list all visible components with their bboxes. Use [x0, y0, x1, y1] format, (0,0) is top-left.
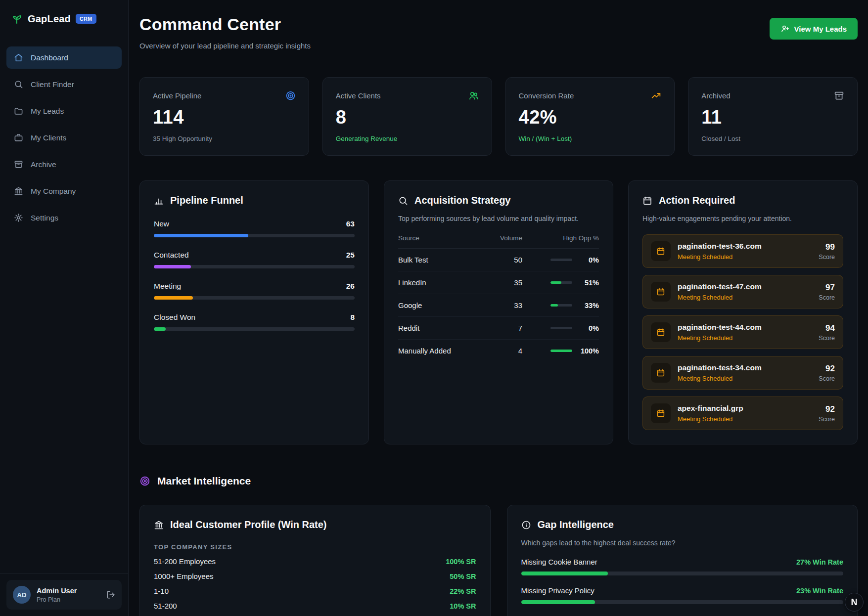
funnel-stage-value: 25 [346, 251, 355, 260]
lead-score: 94 [819, 323, 835, 333]
sidebar-item-label: Archive [31, 160, 56, 169]
funnel-stage-label: New [154, 220, 169, 228]
lead-domain: pagination-test-36.com [678, 242, 812, 251]
funnel-rows: New 63 Contacted 25 [154, 220, 355, 331]
stat-value: 42% [519, 107, 662, 128]
score-label: Score [819, 416, 835, 423]
bar-chart-icon [154, 196, 164, 206]
lead-score: 92 [819, 364, 835, 374]
icp-title: Ideal Customer Profile (Win Rate) [154, 519, 476, 530]
funnel-stage-value: 26 [346, 282, 355, 291]
sidebar-item-label: Client Finder [31, 80, 74, 89]
page-header-text: Command Center Overview of your lead pip… [139, 15, 311, 50]
stat-active-clients: Active Clients 8 Generating Revenue [322, 77, 492, 156]
funnel-bar-fill [154, 327, 166, 331]
sidebar-item-settings[interactable]: Settings [6, 207, 122, 229]
acquisition-row: Bulk Test 50 0% [398, 249, 599, 271]
sidebar-item-client-finder[interactable]: Client Finder [6, 73, 122, 95]
funnel-bar-track [154, 234, 355, 237]
funnel-stage: Meeting 26 [154, 282, 355, 300]
logout-icon[interactable] [106, 590, 115, 599]
funnel-bar-fill [154, 296, 193, 300]
lead-domain: pagination-test-47.com [678, 282, 812, 291]
sidebar-item-label: Dashboard [31, 53, 68, 62]
lead-domain: pagination-test-44.com [678, 323, 812, 332]
action-required-panel: Action Required High-value engagements p… [628, 180, 858, 444]
briefcase-icon [14, 133, 23, 142]
win-rate-value: 27% Win Rate [796, 558, 843, 566]
acquisition-table-header: Source Volume High Opp % [398, 234, 599, 249]
funnel-stage-value: 63 [346, 220, 355, 228]
action-required-subtitle: High-value engagements pending your atte… [642, 215, 843, 222]
score-label: Score [819, 254, 835, 261]
lead-score: 92 [819, 404, 835, 414]
source-name: LinkedIn [398, 278, 483, 287]
calendar-icon [642, 196, 652, 206]
acquisition-subtitle: Top performing sources by lead volume an… [398, 215, 599, 222]
sidebar-item-my-clients[interactable]: My Clients [6, 127, 122, 149]
gap-row: Missing Privacy Policy 23% Win Rate [521, 586, 844, 604]
stat-label: Active Clients [336, 91, 381, 100]
stat-card-header: Active Clients [336, 90, 479, 101]
stat-caption: Win / (Win + Lost) [519, 135, 662, 142]
market-intelligence-title: Market Intelligence [157, 475, 251, 487]
action-required-item[interactable]: pagination-test-47.com Meeting Scheduled… [642, 275, 843, 308]
acquisition-row: Reddit 7 0% [398, 317, 599, 340]
action-required-item[interactable]: pagination-test-44.com Meeting Scheduled… [642, 315, 843, 349]
app-root: GapLead CRM Dashboard Client Finder My L… [0, 0, 868, 616]
funnel-stage-label: Contacted [154, 251, 189, 260]
sidebar-item-archive[interactable]: Archive [6, 153, 122, 176]
archive-icon [14, 160, 23, 169]
gap-rows: Missing Cookie Banner 27% Win Rate [521, 558, 844, 604]
view-my-leads-button[interactable]: View My Leads [770, 18, 858, 40]
lead-status: Meeting Scheduled [678, 253, 812, 261]
win-rate-bar-track [521, 600, 844, 604]
opp-percent: 0% [578, 324, 599, 332]
win-rate-bar-fill [521, 572, 608, 575]
lead-domain: pagination-test-34.com [678, 363, 812, 372]
pipeline-funnel-title: Pipeline Funnel [154, 195, 355, 206]
gap-intelligence-title-text: Gap Intelligence [538, 519, 614, 530]
app-logo: GapLead CRM [0, 0, 128, 39]
action-required-item[interactable]: apex-financial.grp Meeting Scheduled 92 … [642, 396, 843, 430]
stat-value: 8 [336, 107, 479, 128]
opp-percent: 51% [578, 279, 599, 287]
source-name: Google [398, 301, 483, 309]
action-required-item[interactable]: pagination-test-34.com Meeting Scheduled… [642, 356, 843, 390]
stat-active-pipeline: Active Pipeline 114 35 High Opportunity [139, 77, 309, 156]
funnel-bar-fill [154, 234, 248, 237]
action-required-item[interactable]: pagination-test-36.com Meeting Scheduled… [642, 234, 843, 268]
gap-intelligence-title: Gap Intelligence [521, 519, 844, 530]
column-volume: Volume [483, 234, 522, 242]
funnel-stage: Closed Won 8 [154, 313, 355, 331]
sidebar-item-my-leads[interactable]: My Leads [6, 100, 122, 122]
success-rate-value: 10% SR [450, 602, 476, 610]
opp-percent: 0% [578, 256, 599, 264]
nextjs-dev-indicator[interactable]: N [845, 593, 864, 612]
acquisition-title: Acquisition Strategy [398, 195, 599, 206]
target-icon [139, 476, 150, 486]
stats-row: Active Pipeline 114 35 High Opportunity … [139, 77, 858, 156]
acquisition-row: Google 33 33% [398, 294, 599, 317]
funnel-stage-label: Closed Won [154, 313, 195, 322]
stat-conversion-rate: Conversion Rate 42% Win / (Win + Lost) [505, 77, 675, 156]
stat-label: Archived [701, 91, 730, 100]
acquisition-rows: Bulk Test 50 0% LinkedIn 35 [398, 249, 599, 362]
calendar-icon [651, 322, 671, 342]
calendar-icon [651, 241, 671, 261]
sidebar-item-dashboard[interactable]: Dashboard [6, 46, 122, 69]
score-label: Score [819, 335, 835, 342]
landmark-icon [154, 520, 164, 530]
opp-percent: 33% [578, 302, 599, 309]
gap-label: Missing Cookie Banner [521, 558, 597, 566]
column-high-opp: High Opp % [522, 234, 599, 242]
stat-card-header: Archived [701, 90, 844, 101]
stat-caption: Generating Revenue [336, 135, 479, 142]
company-size-label: 51-200 [154, 602, 177, 610]
company-size-label: 1000+ Employees [154, 572, 214, 580]
source-name: Reddit [398, 324, 483, 332]
sidebar-item-my-company[interactable]: My Company [6, 180, 122, 202]
gap-intelligence-panel: Gap Intelligence Which gaps lead to the … [507, 505, 858, 616]
app-name: GapLead [28, 13, 71, 25]
stat-label: Active Pipeline [153, 91, 201, 100]
